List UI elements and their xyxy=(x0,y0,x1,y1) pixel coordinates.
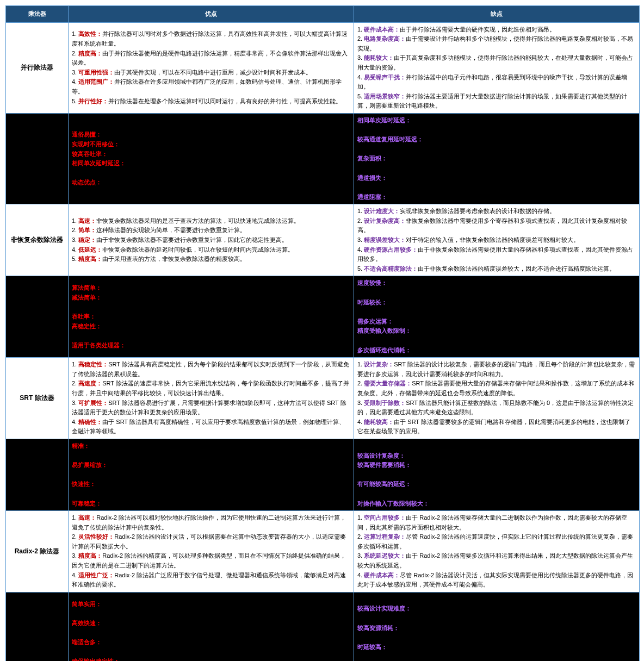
table-row: 简单实用： 高效快速： 端适合多： 确保输出稳定性： 较高设计实现难度： 较高资… xyxy=(6,592,640,661)
list-item xyxy=(72,470,350,480)
disadvantages-cell: 较高设计复杂度：较高硬件需要消耗： 有可能较高的延迟： 对操作输入丁数限制较大： xyxy=(354,439,640,510)
list-item: 时延较高： xyxy=(357,643,636,652)
disadvantages-cell: 1. 空间占用较多：由于 Radix-2 除法器需要存储大量的二进制数以作为操作… xyxy=(354,511,640,593)
list-item: 5. 并行性好：并行除法器在处理多个除法运算时可以同时运行，具有良好的并行性，可… xyxy=(72,97,350,107)
table-row: 算法简单：减法简单： 吞吐率：高稳定性： 适用于各类处理器：速度较慢： 时延较长… xyxy=(6,276,640,358)
list-item: 对操作输入丁数限制较大： xyxy=(357,499,636,509)
disadvantages-cell: 1. 设计复杂：SRT 除法器的设计比较复杂，需要较多的逻辑门电路，而且每个阶段… xyxy=(354,358,640,439)
list-item: 易扩展缩放： xyxy=(72,460,350,470)
list-item: 需多次运算： xyxy=(357,317,636,327)
list-item: 实现时不用移位： xyxy=(72,140,350,149)
list-item: 较高通道复用延时延迟： xyxy=(357,135,636,145)
row-name: Radix-2 除法器 xyxy=(6,511,69,593)
row-name xyxy=(6,592,69,661)
list-item: 4. 硬件资源占用较多：由于非恢复余数除法器需要使用大量的存储器和多项式查找表，… xyxy=(357,245,636,264)
list-item xyxy=(357,336,636,346)
list-item: 1. 高效性：并行除法器可以同时对多个数据进行除法运算，具有高效性和高并发性，可… xyxy=(72,29,350,48)
list-item: 3. 受限制于除数：SRT 除法器只能计算正整数的除法，而且除数不能为 0，这是… xyxy=(357,398,636,417)
list-item: 5. 适用场景狭窄：并行除法器主要适用于对大量数据进行除法计算的场景，如果需要进… xyxy=(357,92,636,111)
advantages-cell: 1. 高速：非恢复余数除法器采用的是基于查表方法的算法，可以快速地完成除法运算。… xyxy=(69,204,354,276)
list-item: 较高设计复杂度： xyxy=(357,451,636,461)
list-item xyxy=(357,307,636,317)
advantages-cell: 1. 高速：Radix-2 除法器可以相对较快地执行除法操作，因为它使用快速的二… xyxy=(69,511,354,593)
list-item xyxy=(357,441,636,451)
list-item: 2. 运算过程复杂：尽管 Radix-2 除法器的运算速度快，但实际上它的计算过… xyxy=(357,532,636,551)
list-item: 3. 稳定：由于非恢复余数除法器不需要进行余数重复计算，因此它的稳定性更高。 xyxy=(72,235,350,245)
list-item: 4. 易受噪声干扰：并行除法器中的电子元件和电路，很容易受到环境中的噪声干扰，导… xyxy=(357,73,636,92)
list-item: 速度较慢： xyxy=(357,278,636,288)
list-item xyxy=(357,470,636,480)
list-item: 2. 高速度：SRT 除法器的速度非常快，因为它采用流水线结构，每个阶段函数执行… xyxy=(72,379,350,398)
advantages-cell: 简单实用： 高效快速： 端适合多： 确保输出稳定性： xyxy=(69,592,354,661)
list-item xyxy=(357,126,636,135)
advantages-cell: 通俗易懂：实现时不用移位：较高吞吐率：相同单次延时延迟： 动态优点： xyxy=(69,113,354,204)
header-disadvantages: 缺点 xyxy=(354,6,640,23)
list-item: 1. 高速：非恢复余数除法器采用的是基于查表方法的算法，可以快速地完成除法运算。 xyxy=(72,216,350,226)
list-item: 5. 不适合高精度除法：由于非恢复余数除法器的精度误差较大，因此不适合进行高精度… xyxy=(357,264,636,274)
list-item: 4. 低延迟：非恢复余数除法器的延迟时间较低，可以在较短的时间内完成除法运算。 xyxy=(72,245,350,255)
list-item xyxy=(357,164,636,173)
list-item: 相同单次延时延迟： xyxy=(357,116,636,126)
list-item: 4. 适用性广泛：Radix-2 除法器广泛应用于数字信号处理、微处理器和通信系… xyxy=(72,571,350,590)
advantages-cell: 1. 高效性：并行除法器可以同时对多个数据进行除法运算，具有高效性和高并发性，可… xyxy=(69,22,354,113)
row-name: 并行除法器 xyxy=(6,22,69,113)
disadvantages-cell: 相同单次延时延迟： 较高通道复用延时延迟： 复杂面积： 通道损失： 通道阻塞： xyxy=(354,113,640,204)
list-item: 3. 系统延迟较大：由于 Radix-2 除法器需要多次循环和运算来得出结果，因… xyxy=(357,551,636,570)
list-item xyxy=(72,169,350,178)
list-item: 4. 适用范围广：并行除法器在许多应用领域中都有广泛的应用，如数码信号处理、通信… xyxy=(72,77,350,96)
disadvantages-cell: 1. 硬件成本高：由于并行除法器需要大量的硬件实现，因此造价相对高昂。2. 电路… xyxy=(354,22,640,113)
list-item: 精准： xyxy=(72,441,350,451)
list-item: 1. 设计难度大：实现非恢复余数除法器要考虑余数表的设计和数据的存储。 xyxy=(357,207,636,216)
list-item: 通道损失： xyxy=(357,173,636,183)
list-item: 减法简单： xyxy=(72,293,350,303)
row-name xyxy=(6,276,69,358)
list-item xyxy=(72,647,350,657)
list-item xyxy=(72,331,350,341)
list-item: 1. 高稳定性：SRT 除法器具有高度稳定性，因为每个阶段的结果都可以实时反馈到… xyxy=(72,360,350,379)
list-item: 5. 精度高：由于采用查表的方法，非恢复余数除法器的精度较高。 xyxy=(72,254,350,264)
list-item: 4. 硬件成本高：尽管 Radix-2 除法器设计灵活，但其实际实现需要使用比传… xyxy=(357,571,636,590)
list-item: 确保输出稳定性： xyxy=(72,657,350,661)
list-item: 2. 简单：这种除法器的实现较为简单，不需要进行余数重复计算。 xyxy=(72,226,350,235)
list-item: 3. 精度高：Radix-2 除法器的精度高，可以处理多种数据类型，而且在不同情… xyxy=(72,551,350,570)
list-item: 较高资源消耗： xyxy=(357,623,636,633)
list-item: 3. 可重用性强：由于其硬件实现，可以在不同电路中进行重用，减少设计时间和开发成… xyxy=(72,68,350,78)
list-item: 1. 空间占用较多：由于 Radix-2 除法器需要存储大量的二进制数以作为操作… xyxy=(357,513,636,532)
list-item: 吞吐率： xyxy=(72,312,350,322)
list-item: 1. 设计复杂：SRT 除法器的设计比较复杂，需要较多的逻辑门电路，而且每个阶段… xyxy=(357,360,636,379)
list-item: 4. 精确性：由于 SRT 除法器具有高度精确性，可以应用于要求高精度数值计算的… xyxy=(72,417,350,436)
list-item: 多次循环迭代消耗： xyxy=(357,346,636,356)
list-item: 算法简单： xyxy=(72,283,350,293)
list-item: 4. 能耗较高：由于 SRT 除法器需要较多的逻辑门电路和存储器，因此需要消耗更… xyxy=(357,417,636,436)
list-item: 2. 灵活性较好：Radix-2 除法器的设计灵活，可以根据需要在运算中动态改变… xyxy=(72,532,350,551)
list-item: 通俗易懂： xyxy=(72,130,350,140)
list-item: 复杂面积： xyxy=(357,154,636,164)
list-item: 3. 可扩展性：SRT 除法器容易进行扩展，只需要根据计算要求增加阶段即可，这种… xyxy=(72,398,350,417)
row-name xyxy=(6,439,69,510)
list-item xyxy=(357,614,636,623)
advantages-cell: 1. 高稳定性：SRT 除法器具有高度稳定性，因为每个阶段的结果都可以实时反馈到… xyxy=(69,358,354,439)
list-item xyxy=(357,489,636,499)
row-name: SRT 除法器 xyxy=(6,358,69,439)
disadvantages-cell: 速度较慢： 时延较长： 需多次运算：精度受输入数限制： 多次循环迭代消耗： xyxy=(354,276,640,358)
list-item: 3. 精度误差较大：对于特定的输入值，非恢复余数除法器的精度误差可能相对较大。 xyxy=(357,235,636,245)
list-item: 3. 能耗较大：由于其高复杂度和多功能模块，使得并行除法器的能耗较大，在处理大量… xyxy=(357,53,636,72)
table-row: SRT 除法器1. 高稳定性：SRT 除法器具有高度稳定性，因为每个阶段的结果都… xyxy=(6,358,640,439)
list-item: 适用于各类处理器： xyxy=(72,341,350,351)
list-item xyxy=(357,183,636,192)
list-item: 相同单次延时延迟： xyxy=(72,159,350,169)
disadvantages-cell: 较高设计实现难度： 较高资源消耗： 时延较高： 精度问题： xyxy=(354,592,640,661)
table-header-row: 乘法器 优点 缺点 xyxy=(6,6,640,23)
list-item xyxy=(357,288,636,298)
row-name xyxy=(6,113,69,204)
list-item xyxy=(72,489,350,499)
list-item: 精度受输入数限制： xyxy=(357,326,636,336)
list-item: 快速性： xyxy=(72,479,350,489)
list-item: 动态优点： xyxy=(72,178,350,188)
list-item xyxy=(72,609,350,619)
table-row: 非恢复余数除法器1. 高速：非恢复余数除法器采用的是基于查表方法的算法，可以快速… xyxy=(6,204,640,276)
list-item: 较高硬件需要消耗： xyxy=(357,460,636,470)
list-item: 较高设计实现难度： xyxy=(357,604,636,614)
table-row: 并行除法器1. 高效性：并行除法器可以同时对多个数据进行除法运算，具有高效性和高… xyxy=(6,22,640,113)
advantages-cell: 算法简单：减法简单： 吞吐率：高稳定性： 适用于各类处理器： xyxy=(69,276,354,358)
